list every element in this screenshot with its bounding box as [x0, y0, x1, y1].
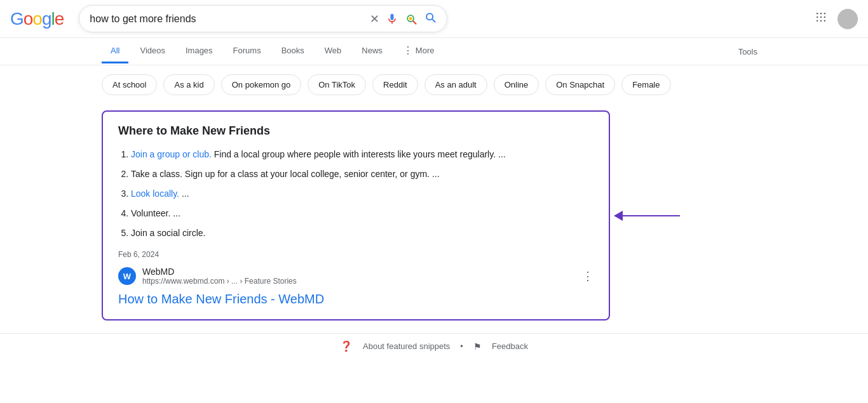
tab-forums[interactable]: Forums: [224, 39, 270, 63]
svg-point-3: [817, 13, 818, 15]
chip-as-an-adult[interactable]: As an adult: [424, 74, 487, 95]
snippet-list: Join a group or club. Find a local group…: [118, 148, 593, 240]
svg-point-5: [824, 13, 826, 15]
tools-button[interactable]: Tools: [729, 41, 766, 63]
chip-at-school[interactable]: At school: [102, 74, 157, 95]
tab-images[interactable]: Images: [177, 39, 222, 63]
snippet-title: Where to Make New Friends: [118, 124, 593, 138]
search-icon[interactable]: [424, 11, 437, 27]
google-logo: Google: [10, 9, 64, 29]
list-item: Look locally. ...: [131, 187, 593, 201]
chip-on-tiktok[interactable]: On TikTok: [308, 74, 366, 95]
avatar[interactable]: [837, 9, 858, 29]
about-snippets-icon: ❓: [340, 340, 353, 352]
source-favicon: W: [118, 267, 136, 285]
list-item: Volunteer. ...: [131, 207, 593, 220]
svg-point-6: [817, 17, 818, 18]
feedback-link[interactable]: Feedback: [492, 341, 528, 351]
svg-point-10: [820, 20, 822, 22]
svg-line-2: [414, 21, 416, 23]
annotation-arrow: [614, 211, 680, 221]
tab-web[interactable]: Web: [316, 39, 351, 63]
apps-icon[interactable]: [815, 11, 827, 27]
list-item: Take a class. Sign up for a class at you…: [131, 168, 593, 181]
svg-point-9: [817, 20, 818, 22]
bottom-bar: ❓ About featured snippets • ⚑ Feedback: [0, 333, 868, 359]
chip-as-a-kid[interactable]: As a kid: [163, 74, 214, 95]
snippet-source: W WebMD https://www.webmd.com › ... › Fe…: [118, 267, 593, 286]
search-input[interactable]: [90, 13, 363, 25]
clear-icon[interactable]: ✕: [370, 12, 379, 26]
join-group-link[interactable]: Join a group or club.: [131, 149, 212, 159]
chip-on-pokemon-go[interactable]: On pokemon go: [221, 74, 302, 95]
snippet-date: Feb 6, 2024: [118, 250, 593, 259]
tab-all[interactable]: All: [102, 39, 128, 63]
svg-point-11: [824, 20, 826, 22]
about-snippets-link[interactable]: About featured snippets: [363, 341, 450, 351]
svg-point-7: [820, 17, 822, 18]
source-info: WebMD https://www.webmd.com › ... › Feat…: [142, 267, 297, 286]
svg-point-4: [820, 13, 822, 15]
snippet-link[interactable]: How to Make New Friends - WebMD: [118, 292, 324, 306]
svg-point-8: [824, 17, 826, 18]
chips-bar: At school As a kid On pokemon go On TikT…: [0, 65, 868, 104]
look-locally-link[interactable]: Look locally.: [131, 188, 179, 199]
list-item: Join a social circle.: [131, 227, 593, 240]
chip-female[interactable]: Female: [621, 74, 670, 95]
feedback-icon: ⚑: [473, 341, 482, 352]
search-bar: ✕: [79, 5, 447, 32]
chip-online[interactable]: Online: [494, 74, 539, 95]
source-url[interactable]: https://www.webmd.com › ... › Feature St…: [142, 277, 297, 286]
tab-news[interactable]: News: [353, 39, 391, 63]
lens-icon[interactable]: [405, 13, 417, 25]
nav-tabs: All Videos Images Forums Books Web News …: [0, 38, 868, 65]
tab-books[interactable]: Books: [273, 39, 313, 63]
list-item: Join a group or club. Find a local group…: [131, 148, 593, 161]
source-name: WebMD: [142, 267, 297, 277]
search-icons: ✕: [370, 11, 437, 27]
source-more-icon[interactable]: ⋮: [582, 269, 593, 283]
chip-on-snapchat[interactable]: On Snapchat: [545, 74, 615, 95]
mic-icon[interactable]: [386, 13, 398, 25]
tab-more[interactable]: ⋮ More: [394, 38, 444, 65]
featured-snippet: Where to Make New Friends Join a group o…: [102, 110, 610, 320]
chip-reddit[interactable]: Reddit: [372, 74, 418, 95]
header: Google ✕: [0, 0, 868, 38]
main-content: Where to Make New Friends Join a group o…: [0, 104, 868, 320]
tab-videos[interactable]: Videos: [131, 39, 174, 63]
svg-point-1: [409, 17, 412, 20]
